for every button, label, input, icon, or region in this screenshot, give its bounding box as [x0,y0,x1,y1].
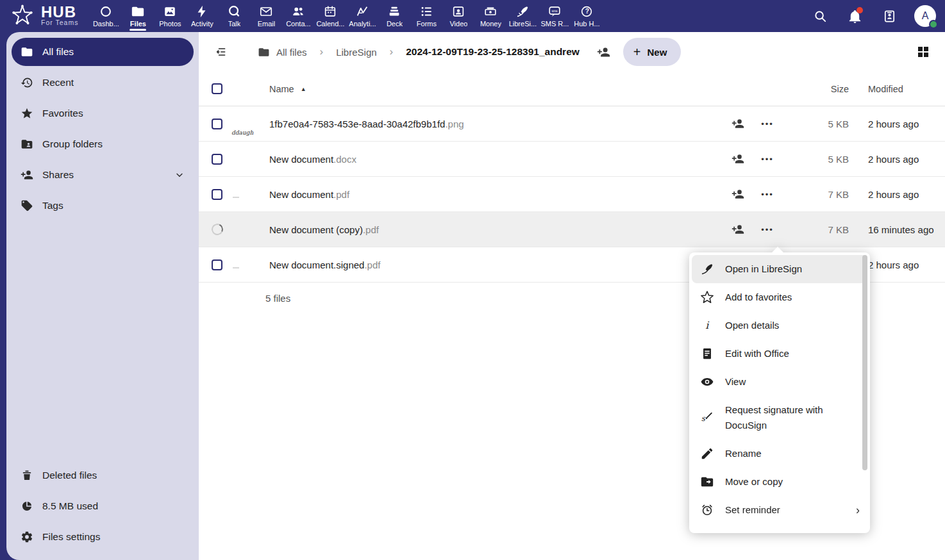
app-calendar[interactable]: Calend... [314,0,346,32]
quota-pie-icon [21,500,33,513]
file-actions-button[interactable]: ••• [761,190,774,199]
app-logo[interactable]: HUB For Teams [9,3,78,29]
menu-item-add-to-favorites[interactable]: Add to favorites [692,283,867,311]
notifications-button[interactable] [845,6,864,26]
account-plus-icon [597,45,610,59]
file-actions-button[interactable]: ••• [761,154,774,164]
app-email[interactable]: Email [250,0,282,32]
app-files[interactable]: Files [122,0,154,32]
share-file-button[interactable] [732,188,744,201]
gear-icon [21,531,33,543]
search-button[interactable] [810,6,830,26]
sidebar-item-quota[interactable]: 8.5 MB used [12,492,194,520]
sidebar-item-label: Recent [42,77,74,88]
sidebar-item-label: All files [42,46,74,58]
sidebar-spacer [12,222,194,461]
app-photos[interactable]: Photos [154,0,186,32]
menu-item-set-reminder[interactable]: Set reminder › [692,496,867,524]
row-checkbox[interactable] [212,189,222,200]
column-header-size[interactable]: Size [782,84,849,94]
sidebar-item-group-folders[interactable]: Group folders [12,130,194,158]
menu-item-move-or-copy[interactable]: Move or copy [692,468,867,496]
alarm-clock-icon [699,503,715,517]
contacts-menu-button[interactable] [880,6,899,26]
forms-icon [419,4,433,19]
brand-name: HUB [41,6,78,19]
file-row-selected[interactable]: New document (copy).pdf ••• 7 KB 16 minu… [199,212,945,247]
menu-item-open-details[interactable]: i Open details [692,311,867,340]
menu-scrollbar-thumb[interactable] [862,255,867,470]
new-button[interactable]: + New [623,38,682,66]
info-icon: i [699,318,715,333]
sidebar-item-recent[interactable]: Recent [12,69,194,97]
star-logo-icon [9,3,36,29]
app-talk[interactable]: Talk [218,0,250,32]
files-header: All files › LibreSign › 2024-12-09T19-23… [199,32,945,72]
office-document-icon [699,347,715,361]
sidebar-item-label: Deleted files [42,470,97,481]
chevron-down-icon[interactable] [174,170,185,180]
sidebar-item-all-files[interactable]: All files [12,38,194,66]
file-actions-button[interactable]: ••• [761,119,774,129]
column-header-name[interactable]: Name [269,84,294,94]
sidebar-item-tags[interactable]: Tags [12,192,194,220]
talk-icon [227,4,241,19]
contacts-badge-icon [882,9,897,24]
sidebar-item-favorites[interactable]: Favorites [12,99,194,128]
contacts-icon [291,4,305,19]
file-row[interactable]: ddaugh 1fb7e0a4-7583-453e-8aad-30a42fb9b… [199,106,945,142]
sidebar-item-deleted-files[interactable]: Deleted files [12,461,194,490]
history-icon [21,76,33,89]
app-video[interactable]: Video [442,0,474,32]
menu-item-open-in-libresign[interactable]: Open in LibreSign [692,255,867,283]
file-size: 7 KB [782,224,849,235]
app-help[interactable]: ? Hub H... [571,0,603,32]
app-deck[interactable]: Deck [378,0,410,32]
file-modified: 16 minutes ago [849,224,939,235]
menu-item-view[interactable]: View [692,368,867,396]
share-file-button[interactable] [732,117,744,130]
grid-view-toggle[interactable] [910,39,936,65]
row-checkbox[interactable] [212,119,222,129]
menu-item-edit-with-office[interactable]: Edit with Office [692,340,867,368]
app-libresign[interactable]: LibreSi... [506,0,539,32]
file-extension: .pdf [333,189,349,200]
user-avatar[interactable]: A [914,5,936,27]
sidebar-item-shares[interactable]: Shares [12,161,194,189]
notification-dot [857,7,863,13]
file-actions-button[interactable]: ••• [761,225,774,235]
app-money[interactable]: Money [474,0,506,32]
sidebar-item-files-settings[interactable]: Files settings [12,523,194,551]
file-size: 5 KB [782,154,849,165]
breadcrumb-all-files[interactable]: All files [258,46,307,58]
file-row[interactable]: New document.pdf ••• 7 KB 2 hours ago [199,177,945,212]
menu-item-rename[interactable]: Rename [692,440,867,468]
breadcrumb-separator-icon: › [320,45,324,58]
collapse-sidebar-button[interactable] [206,38,235,66]
app-contacts[interactable]: Conta... [282,0,314,32]
breadcrumb-libresign[interactable]: LibreSign [336,47,376,58]
select-all-checkbox[interactable] [212,83,222,94]
file-list-header: Name ▲ Size Modified [199,72,945,106]
menu-item-request-signature-docusign[interactable]: s Request signature with DocuSign [692,396,867,440]
brand-tagline: For Teams [41,19,78,26]
file-extension: .pdf [364,259,380,270]
libresign-icon [515,4,530,19]
app-activity[interactable]: Activity [186,0,218,32]
laptop-icon [699,531,715,533]
plus-icon: + [633,45,641,58]
app-forms[interactable]: Forms [410,0,442,32]
top-navigation-bar: HUB For Teams Dashb... Files Photos Acti… [0,0,945,32]
column-header-modified[interactable]: Modified [849,84,939,94]
file-row[interactable]: New document.docx ••• 5 KB 2 hours ago [199,142,945,177]
app-analytics[interactable]: Analyti... [346,0,378,32]
menu-item-edit-locally[interactable]: Edit locally [692,524,867,533]
row-checkbox[interactable] [212,259,222,270]
share-folder-button[interactable] [590,38,618,66]
row-checkbox[interactable] [212,154,222,165]
app-dashboard[interactable]: Dashb... [90,0,122,32]
account-plus-icon [21,169,33,181]
share-file-button[interactable] [732,152,744,165]
share-file-button[interactable] [732,223,744,236]
app-sms[interactable]: sms SMS R... [539,0,571,32]
